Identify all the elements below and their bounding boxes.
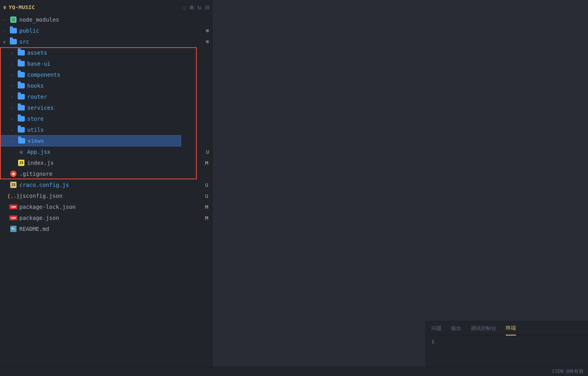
refresh-icon[interactable]: ↻ [198,4,202,11]
folder-icon [17,104,25,112]
tree-item-craco-config[interactable]: JS craco.config.js U [0,179,212,190]
json-icon: {..} [9,192,17,200]
modified-dot [206,29,209,32]
jsx-icon: ⚛ [17,148,25,156]
collapse-icon[interactable]: ⊟ [205,4,209,11]
tab-problems[interactable]: 问题 [431,322,442,335]
tree-item-base-ui[interactable]: › base-ui [0,58,212,69]
folder-icon [9,38,17,46]
tab-terminal[interactable]: 终端 [506,321,516,335]
sidebar-title: ∨ YQ-MUSIC [3,4,35,10]
folder-icon [17,49,25,57]
item-label: store [27,116,212,122]
folder-icon [9,27,17,35]
item-label: craco.config.js [19,182,205,188]
item-label: App.jsx [27,149,206,155]
item-label: index.js [27,160,205,166]
md-icon: M↓ [9,225,17,233]
new-file-icon[interactable]: ☐ [182,4,186,11]
git-badge: M [205,204,208,210]
git-badge: U [206,149,209,155]
chevron-right-icon: › [3,18,9,22]
folder-icon [17,126,25,134]
folder-icon [17,115,25,123]
item-label: src [19,39,206,45]
git-badge: U [205,193,208,199]
file-tree: › ⬡ node_modules › public ∨ src [0,14,212,376]
project-title: YQ-MUSIC [9,4,35,10]
item-label: services [27,105,212,111]
bottom-tab-bar: 问题 输出 调试控制台 终端 [425,321,588,335]
tree-item-index-js[interactable]: JS index.js M [0,157,212,168]
git-icon: ⬟ [9,170,17,178]
tree-item-services[interactable]: › services [0,102,212,113]
tree-item-assets[interactable]: › assets [0,47,212,58]
npm-icon: npm [9,214,17,222]
chevron-down-icon: ∨ [3,40,9,44]
chevron-right-icon: › [11,139,18,143]
item-label: README.md [19,226,212,232]
item-label: base-ui [27,61,212,67]
tree-item-hooks[interactable]: › hooks [0,80,212,91]
chevron-right-icon: › [11,84,17,88]
tab-debug-console[interactable]: 调试控制台 [471,322,496,335]
chevron-right-icon: › [11,73,17,77]
tree-item-router[interactable]: › router [0,91,212,102]
tree-item-store[interactable]: › store [0,113,212,124]
tree-item-public[interactable]: › public [0,25,212,36]
item-label: node_modules [19,17,212,23]
tree-item-views[interactable]: › views [0,135,181,146]
tree-item-package-json[interactable]: npm package.json M [0,212,212,223]
chevron-right-icon: › [11,106,17,110]
tree-item-jsconfig-json[interactable]: {..} jsconfig.json U [0,190,212,201]
title-bar: ∨ YQ-MUSIC ☐ ⊞ ↻ ⊟ [0,0,212,14]
npm-icon: npm [9,203,17,211]
tree-item-src[interactable]: ∨ src [0,36,212,47]
chevron-down-icon: ∨ [3,4,6,10]
chevron-right-icon: › [11,117,17,121]
item-label: router [27,94,212,100]
tree-item-components[interactable]: › components [0,69,212,80]
item-label: views [28,138,181,144]
tree-item-app-jsx[interactable]: ⚛ App.jsx U [0,146,212,157]
tree-item-gitignore[interactable]: ⬟ .gitignore [0,168,212,179]
item-label: .gitignore [19,171,212,177]
folder-icon [18,137,26,145]
item-label: package-lock.json [19,204,205,210]
folder-icon [17,71,25,79]
chevron-right-icon: › [11,51,17,55]
item-label: public [19,28,206,34]
git-badge: M [205,160,208,166]
folder-icon: ⬡ [9,16,17,24]
git-badge: U [205,182,208,188]
modified-dot [206,40,209,43]
status-bar: CSDN @林有酒 [0,367,588,376]
chevron-right-icon: › [11,128,17,132]
tree-item-node-modules[interactable]: › ⬡ node_modules [0,14,212,25]
tree-item-package-lock[interactable]: npm package-lock.json M [0,201,212,212]
tree-item-readme[interactable]: M↓ README.md [0,223,212,234]
tab-output[interactable]: 输出 [451,322,461,335]
credit-text: CSDN @林有酒 [552,368,583,375]
item-label: utils [27,127,212,133]
toolbar-icons: ☐ ⊞ ↻ ⊟ [182,4,209,11]
sidebar: ∨ YQ-MUSIC ☐ ⊞ ↻ ⊟ › ⬡ node_modules › pu… [0,0,213,376]
main-editor-area: 问题 输出 调试控制台 终端 $ [213,0,588,376]
item-label: assets [27,50,212,56]
item-label: components [27,72,212,78]
item-label: hooks [27,83,212,89]
folder-icon [17,82,25,90]
item-label: package.json [19,215,205,221]
chevron-right-icon: › [11,62,17,66]
tree-item-utils[interactable]: › utils [0,124,212,135]
folder-icon [17,93,25,101]
item-label: jsconfig.json [19,193,205,199]
folder-icon [17,60,25,68]
chevron-right-icon: › [3,29,9,33]
js-colored-icon: JS [9,181,17,189]
chevron-right-icon: › [11,95,17,99]
git-badge: M [205,215,208,221]
js-icon: JS [17,159,25,167]
new-folder-icon[interactable]: ⊞ [190,4,194,11]
